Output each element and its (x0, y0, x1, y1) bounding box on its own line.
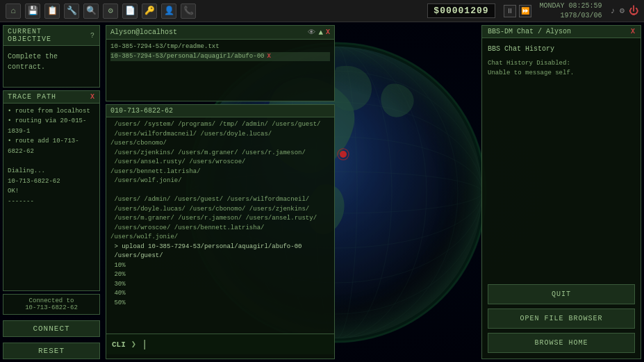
gear-icon[interactable]: ⚙ (620, 6, 625, 16)
bbs-quit-button[interactable]: QUIT (488, 284, 635, 304)
toolbar-icon-user[interactable]: 👤 (161, 3, 176, 19)
terminal-top-content: 10-385-7294-53/tmp/readme.txt 10-385-729… (106, 40, 334, 64)
arrow-up-icon: ▲ (318, 28, 323, 37)
toolbar-far-right: ♪ ⚙ ⏻ (611, 6, 638, 17)
cli-cursor[interactable]: | (142, 339, 147, 350)
objective-help-icon[interactable]: ? (90, 32, 95, 40)
objective-box: CURRENT OBJECTIVE ? Complete the contrac… (3, 25, 100, 88)
file-line-1: 10-385-7294-53/tmp/readme.txt (110, 42, 330, 52)
toolbar-icon-file[interactable]: 📄 (122, 3, 138, 19)
toolbar: ⌂ 💾 📋 🔧 🔍 ⚙ 📄 🔑 👤 📞 $00001209 ⏸ ⏩ MONDAY… (0, 0, 644, 22)
toolbar-icon-key[interactable]: 🔑 (142, 3, 157, 19)
toolbar-icon-phone[interactable]: 📞 (181, 3, 196, 19)
connect-button[interactable]: CONNECT (3, 320, 100, 337)
trace-close-icon[interactable]: X (90, 93, 95, 101)
cli-label: CLI (112, 340, 126, 349)
file-close-icon[interactable]: X (267, 52, 270, 62)
bbs-header: BBS-DM Chat / Alyson X (482, 26, 641, 38)
power-icon[interactable]: ⏻ (629, 6, 638, 17)
terminal-main-header: 010-713-6822-62 (106, 105, 334, 117)
terminal-top-header: Alyson@localhost 👁 ▲ X (106, 26, 334, 40)
terminal-top-close-icon[interactable]: X (326, 28, 330, 36)
eye-icon: 👁 (308, 28, 315, 37)
trace-box: TRACE PATH X • route from localhost • ro… (3, 90, 100, 291)
toolbar-icon-config[interactable]: ⚙ (103, 3, 118, 19)
cli-arrow-icon: ❯ (131, 339, 136, 349)
bbs-panel: BBS-DM Chat / Alyson X BBS Chat History … (481, 25, 641, 359)
toolbar-icon-home[interactable]: ⌂ (6, 3, 21, 19)
trace-header: TRACE PATH X (3, 91, 99, 104)
cli-bar: CLI ❯ | (106, 334, 334, 354)
bbs-buttons: QUIT OPEN FILE BROWSER BROWSE HOME (482, 279, 641, 359)
toolbar-left-icons: ⌂ 💾 📋 🔧 🔍 ⚙ 📄 🔑 👤 📞 (6, 3, 196, 19)
connection-status-box: Connected to 10-713-6822-62 (3, 294, 100, 315)
datetime-display: MONDAY 08:25:59 1978/03/06 (540, 1, 602, 21)
toolbar-icon-docs[interactable]: 📋 (44, 3, 60, 19)
bbs-content: BBS Chat History Chat History Disabled: … (482, 38, 641, 279)
music-icon[interactable]: ♪ (611, 6, 616, 16)
trace-content: • route from localhost • routing via 20-… (3, 104, 99, 209)
bbs-browse-home-button[interactable]: BROWSE HOME (488, 333, 635, 353)
media-controls: ⏸ ⏩ (504, 5, 531, 17)
bbs-close-icon[interactable]: X (631, 28, 635, 35)
toolbar-icon-settings[interactable]: 🔧 (64, 3, 79, 19)
center-panels: Alyson@localhost 👁 ▲ X 10-385-7294-53/tm… (106, 22, 335, 362)
terminal-main: 010-713-6822-62 /users/ /system/ /progra… (106, 104, 335, 359)
toolbar-right: $00001209 ⏸ ⏩ MONDAY 08:25:59 1978/03/06… (427, 1, 638, 21)
pause-btn[interactable]: ⏸ (504, 5, 516, 17)
bbs-open-file-button[interactable]: OPEN FILE BROWSER (488, 308, 635, 329)
objective-content: Complete the contract. (3, 46, 99, 78)
terminal-main-body: /users/ /system/ /programs/ /tmp/ /admin… (106, 117, 334, 334)
objective-header: CURRENT OBJECTIVE ? (3, 26, 99, 46)
left-panel: CURRENT OBJECTIVE ? Complete the contrac… (0, 22, 103, 362)
file-line-2: 10-385-7294-53/personal/aquagirl/abufo-0… (110, 52, 330, 62)
terminal-top: Alyson@localhost 👁 ▲ X 10-385-7294-53/tm… (106, 25, 335, 101)
fast-forward-btn[interactable]: ⏩ (519, 5, 531, 17)
svg-point-13 (340, 151, 347, 158)
main-area: CURRENT OBJECTIVE ? Complete the contrac… (0, 22, 644, 362)
toolbar-icon-search[interactable]: 🔍 (83, 3, 99, 19)
reset-button[interactable]: RESET (3, 343, 100, 359)
toolbar-icon-save[interactable]: 💾 (25, 3, 40, 19)
money-display: $00001209 (427, 3, 495, 18)
